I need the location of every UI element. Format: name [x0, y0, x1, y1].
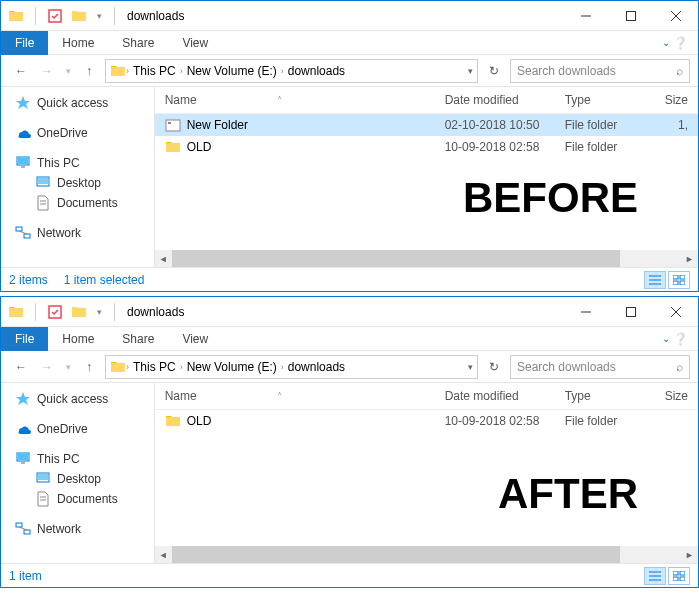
qat-dropdown-icon[interactable]: ▾ [92, 301, 106, 323]
refresh-button[interactable]: ↻ [482, 59, 506, 83]
breadcrumb[interactable]: New Volume (E:) [183, 64, 281, 78]
minimize-button[interactable] [563, 297, 608, 327]
sidebar-item-onedrive[interactable]: OneDrive [15, 123, 154, 143]
forward-button[interactable]: → [35, 355, 59, 379]
up-button[interactable]: ↑ [77, 355, 101, 379]
up-button[interactable]: ↑ [77, 59, 101, 83]
sidebar-item-network[interactable]: Network [15, 519, 154, 539]
details-view-button[interactable] [644, 567, 666, 585]
sidebar-item-quick-access[interactable]: Quick access [15, 389, 154, 409]
col-name[interactable]: Name˄ [165, 389, 445, 403]
file-list: OLD 10-09-2018 02:58 File folder AFTER [155, 410, 698, 546]
document-icon [35, 195, 51, 211]
tab-home[interactable]: Home [48, 327, 108, 351]
search-input[interactable]: Search downloads ⌕ [510, 59, 690, 83]
maximize-button[interactable] [608, 297, 653, 327]
sidebar-item-desktop[interactable]: Desktop [15, 173, 154, 193]
icons-view-button[interactable] [668, 567, 690, 585]
file-tab[interactable]: File [1, 31, 48, 55]
svg-rect-16 [168, 122, 171, 124]
icons-view-button[interactable] [668, 271, 690, 289]
col-date[interactable]: Date modified [445, 389, 565, 403]
sidebar-item-this-pc[interactable]: This PC [15, 449, 154, 469]
app-icon[interactable] [5, 301, 27, 323]
svg-rect-33 [38, 474, 48, 480]
file-name: OLD [187, 140, 212, 154]
back-button[interactable]: ← [9, 355, 33, 379]
col-date[interactable]: Date modified [445, 93, 565, 107]
col-size[interactable]: Size [665, 93, 688, 107]
tab-share[interactable]: Share [108, 31, 168, 55]
navigation-bar: ← → ▾ ↑ › This PC › New Volume (E:) › do… [1, 55, 698, 87]
address-dropdown-icon[interactable]: ▾ [468, 362, 473, 372]
horizontal-scrollbar[interactable]: ◄ ► [155, 546, 698, 563]
sidebar-item-documents[interactable]: Documents [15, 489, 154, 509]
network-icon [15, 225, 31, 241]
ribbon-expand-icon[interactable]: ⌄ [662, 37, 670, 48]
properties-icon[interactable] [44, 301, 66, 323]
file-date: 10-09-2018 02:58 [445, 414, 565, 428]
help-icon[interactable]: ❔ [673, 332, 688, 346]
breadcrumb[interactable]: This PC [129, 64, 180, 78]
recent-dropdown-icon[interactable]: ▾ [61, 355, 75, 379]
back-button[interactable]: ← [9, 59, 33, 83]
new-folder-icon[interactable] [68, 5, 90, 27]
recent-dropdown-icon[interactable]: ▾ [61, 59, 75, 83]
search-icon[interactable]: ⌕ [676, 64, 683, 78]
breadcrumb[interactable]: This PC [129, 360, 180, 374]
tab-view[interactable]: View [168, 31, 222, 55]
col-type[interactable]: Type [565, 93, 665, 107]
forward-button[interactable]: → [35, 59, 59, 83]
app-icon[interactable] [5, 5, 27, 27]
refresh-button[interactable]: ↻ [482, 355, 506, 379]
sidebar-item-documents[interactable]: Documents [15, 193, 154, 213]
sidebar-item-onedrive[interactable]: OneDrive [15, 419, 154, 439]
maximize-button[interactable] [608, 1, 653, 31]
file-tab[interactable]: File [1, 327, 48, 351]
search-icon[interactable]: ⌕ [676, 360, 683, 374]
file-row[interactable]: New Folder 02-10-2018 10:50 File folder … [155, 114, 698, 136]
close-button[interactable] [653, 1, 698, 31]
sidebar-item-desktop[interactable]: Desktop [15, 469, 154, 489]
new-folder-icon[interactable] [68, 301, 90, 323]
monitor-icon [15, 155, 31, 171]
qat-dropdown-icon[interactable]: ▾ [92, 5, 106, 27]
breadcrumb[interactable]: New Volume (E:) [183, 360, 281, 374]
titlebar: ▾ downloads [1, 297, 698, 327]
breadcrumb[interactable]: downloads [284, 360, 349, 374]
col-type[interactable]: Type [565, 389, 665, 403]
sidebar-item-this-pc[interactable]: This PC [15, 153, 154, 173]
column-headers: Name˄ Date modified Type Size [155, 87, 698, 114]
help-icon[interactable]: ❔ [673, 36, 688, 50]
minimize-button[interactable] [563, 1, 608, 31]
col-name[interactable]: Name˄ [165, 93, 445, 107]
close-button[interactable] [653, 297, 698, 327]
address-dropdown-icon[interactable]: ▾ [468, 66, 473, 76]
scroll-left-icon[interactable]: ◄ [155, 250, 172, 267]
address-bar[interactable]: › This PC › New Volume (E:) › downloads … [105, 59, 478, 83]
search-input[interactable]: Search downloads ⌕ [510, 355, 690, 379]
details-view-button[interactable] [644, 271, 666, 289]
scroll-thumb[interactable] [172, 546, 620, 563]
horizontal-scrollbar[interactable]: ◄ ► [155, 250, 698, 267]
sidebar-item-quick-access[interactable]: Quick access [15, 93, 154, 113]
scroll-right-icon[interactable]: ► [681, 546, 698, 563]
breadcrumb[interactable]: downloads [284, 64, 349, 78]
scroll-left-icon[interactable]: ◄ [155, 546, 172, 563]
ribbon-expand-icon[interactable]: ⌄ [662, 333, 670, 344]
status-item-count: 2 items [9, 273, 48, 287]
properties-icon[interactable] [44, 5, 66, 27]
monitor-icon [15, 451, 31, 467]
tab-view[interactable]: View [168, 327, 222, 351]
col-size[interactable]: Size [665, 389, 688, 403]
tab-home[interactable]: Home [48, 31, 108, 55]
tab-share[interactable]: Share [108, 327, 168, 351]
file-list: New Folder 02-10-2018 10:50 File folder … [155, 114, 698, 250]
file-row[interactable]: OLD 10-09-2018 02:58 File folder [155, 410, 698, 432]
scroll-right-icon[interactable]: ► [681, 250, 698, 267]
svg-rect-22 [673, 281, 678, 285]
scroll-thumb[interactable] [172, 250, 620, 267]
address-bar[interactable]: › This PC › New Volume (E:) › downloads … [105, 355, 478, 379]
sidebar-item-network[interactable]: Network [15, 223, 154, 243]
file-row[interactable]: OLD 10-09-2018 02:58 File folder [155, 136, 698, 158]
